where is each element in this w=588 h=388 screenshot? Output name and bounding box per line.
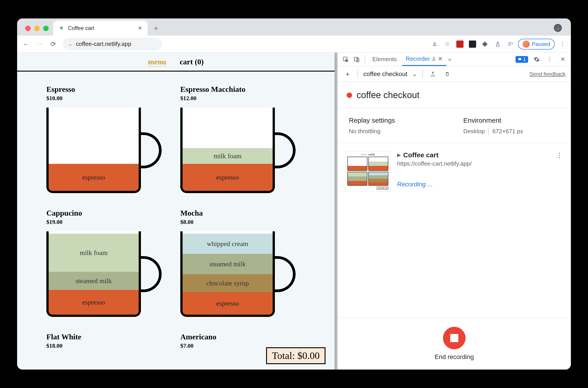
site-info-icon[interactable]: ⌄ xyxy=(69,41,72,47)
devtools-menu-icon[interactable]: ⋮ xyxy=(545,55,554,64)
more-tabs-icon[interactable]: » xyxy=(448,56,451,63)
recording-status: Recording ... xyxy=(397,181,549,188)
reading-list-icon[interactable] xyxy=(505,39,515,49)
browser-window: ▼ Coffee cart ✕ ＋ ⌄ ← → ⟳ ⌄ coffee-cart.… xyxy=(17,19,571,369)
bookmark-icon[interactable]: ☆ xyxy=(442,39,452,49)
avatar-icon xyxy=(522,41,530,48)
export-icon[interactable] xyxy=(428,70,437,78)
minimize-window-button[interactable] xyxy=(34,26,40,31)
recording-title: coffee checkout xyxy=(357,90,419,100)
device-toolbar-icon[interactable] xyxy=(352,55,361,64)
product-price: $19.00 xyxy=(46,219,171,225)
browser-menu-icon[interactable]: ⋮ xyxy=(557,39,567,49)
message-icon xyxy=(518,57,522,61)
tab-strip: ▼ Coffee cart ✕ ＋ ⌄ xyxy=(17,19,571,36)
recorder-toolbar: ＋ coffee checkout ⌄ Send feedback xyxy=(338,66,571,82)
cup-layer: chocolate syrup xyxy=(183,274,273,292)
product-card[interactable]: Flat White$18.00 xyxy=(46,333,171,355)
product-card[interactable]: Cappucino$19.00milk foamsteamed milkespr… xyxy=(46,209,171,321)
flask-icon xyxy=(432,56,436,61)
product-card[interactable]: Espresso$10.00espresso xyxy=(46,85,171,198)
end-recording-button[interactable] xyxy=(443,327,466,349)
extensions-menu-icon[interactable] xyxy=(480,39,490,49)
tab-title: Coffee cart xyxy=(68,25,94,31)
product-grid: Espresso$10.00espressoEspresso Macchiato… xyxy=(17,72,335,369)
issues-badge[interactable]: 1 xyxy=(515,56,528,63)
cup-graphic: milk foamsteamed milkespresso xyxy=(46,231,154,321)
tab-elements[interactable]: Elements xyxy=(369,53,400,66)
delete-icon[interactable] xyxy=(443,70,452,78)
new-recording-button[interactable]: ＋ xyxy=(343,70,352,78)
address-bar[interactable]: ⌄ coffee-cart.netlify.app xyxy=(63,38,162,50)
cup-layer: steamed milk xyxy=(49,272,139,290)
back-button[interactable]: ← xyxy=(21,39,31,49)
devtools-splitter[interactable] xyxy=(335,53,337,369)
send-feedback-link[interactable]: Send feedback xyxy=(529,71,565,77)
main-area: menu cart (0) Espresso$10.00espressoEspr… xyxy=(17,53,571,369)
profile-paused-pill[interactable]: Paused xyxy=(518,39,555,49)
cup-graphic: espresso xyxy=(46,108,154,198)
end-recording-area: End recording xyxy=(338,317,571,369)
step-header[interactable]: ▶ Coffee cart xyxy=(397,151,549,159)
step-menu-icon[interactable]: ⋮ xyxy=(556,151,563,159)
extension-2-icon[interactable] xyxy=(467,39,477,49)
site-nav: menu cart (0) xyxy=(17,53,335,72)
cup-layer: steamed milk xyxy=(183,254,273,274)
share-icon[interactable] xyxy=(430,39,440,49)
page-viewport: menu cart (0) Espresso$10.00espressoEspr… xyxy=(17,53,335,369)
tab-search-button[interactable]: ⌄ xyxy=(554,24,562,32)
paused-label: Paused xyxy=(532,41,550,47)
inspect-element-icon[interactable] xyxy=(341,55,350,64)
close-window-button[interactable] xyxy=(25,26,31,31)
recording-title-row: coffee checkout xyxy=(338,82,571,108)
replay-settings[interactable]: Replay settings No throttling xyxy=(349,117,445,135)
environment-settings: Environment Desktop 672×671 px xyxy=(463,117,560,135)
close-tab-icon[interactable]: ✕ xyxy=(138,25,142,31)
product-title: Mocha xyxy=(180,209,305,218)
forward-button[interactable]: → xyxy=(34,39,45,49)
svg-rect-1 xyxy=(354,57,358,61)
nav-menu-link[interactable]: menu xyxy=(148,58,166,67)
expand-triangle-icon[interactable]: ▶ xyxy=(397,152,401,158)
tab-recorder[interactable]: Recorder ✕ xyxy=(402,53,446,66)
reload-button[interactable]: ⟳ xyxy=(48,39,59,49)
nav-cart-link[interactable]: cart (0) xyxy=(180,58,204,67)
chevron-down-icon: ⌄ xyxy=(412,70,417,78)
maximize-window-button[interactable] xyxy=(43,26,49,31)
product-card[interactable]: Mocha$8.00whipped creamsteamed milkchoco… xyxy=(180,209,305,321)
step-row: menucart(0) Total $0.00 ▶ Coffee cart ht… xyxy=(338,143,571,200)
vue-favicon-icon: ▼ xyxy=(59,25,64,32)
cup-graphic: whipped creamsteamed milkchocolate syrup… xyxy=(180,231,288,321)
window-controls xyxy=(21,26,53,36)
end-recording-label: End recording xyxy=(435,353,474,361)
product-title: Espresso Macchiato xyxy=(180,85,305,94)
close-tab-recorder-icon[interactable]: ✕ xyxy=(438,55,443,62)
devtools-tabbar: Elements Recorder ✕ » 1 ⋮ xyxy=(338,53,571,66)
product-card[interactable]: Espresso Macchiato$12.00milk foamespress… xyxy=(180,85,305,198)
close-devtools-icon[interactable]: ✕ xyxy=(558,55,567,64)
extension-1-icon[interactable] xyxy=(455,39,465,49)
cup-graphic: milk foamespresso xyxy=(180,108,288,198)
cup-layer: espresso xyxy=(183,164,273,191)
settings-row: Replay settings No throttling Environmen… xyxy=(338,108,571,143)
new-tab-button[interactable]: ＋ xyxy=(150,23,162,34)
stop-icon xyxy=(450,334,458,342)
cup-layer: espresso xyxy=(49,164,139,191)
browser-toolbar: ← → ⟳ ⌄ coffee-cart.netlify.app ☆ Paused… xyxy=(17,36,571,53)
product-price: $10.00 xyxy=(46,95,171,102)
labs-icon[interactable] xyxy=(493,39,503,49)
product-price: $12.00 xyxy=(180,95,305,102)
step-url: https://coffee-cart.netlify.app/ xyxy=(397,160,549,167)
browser-tab[interactable]: ▼ Coffee cart ✕ xyxy=(53,21,148,36)
settings-gear-icon[interactable] xyxy=(532,55,541,64)
product-price: $8.00 xyxy=(180,219,305,225)
devtools-pane: Elements Recorder ✕ » 1 ⋮ xyxy=(337,53,571,369)
url-text: coffee-cart.netlify.app xyxy=(76,41,131,48)
total-box[interactable]: Total: $0.00 xyxy=(266,347,325,364)
flow-select[interactable]: coffee checkout ⌄ xyxy=(363,70,417,78)
product-title: Cappucino xyxy=(46,209,171,218)
product-title: Americano xyxy=(180,333,305,341)
product-title: Espresso xyxy=(46,85,171,94)
record-indicator-icon xyxy=(347,93,352,98)
step-thumbnail: menucart(0) Total $0.00 xyxy=(345,151,390,192)
